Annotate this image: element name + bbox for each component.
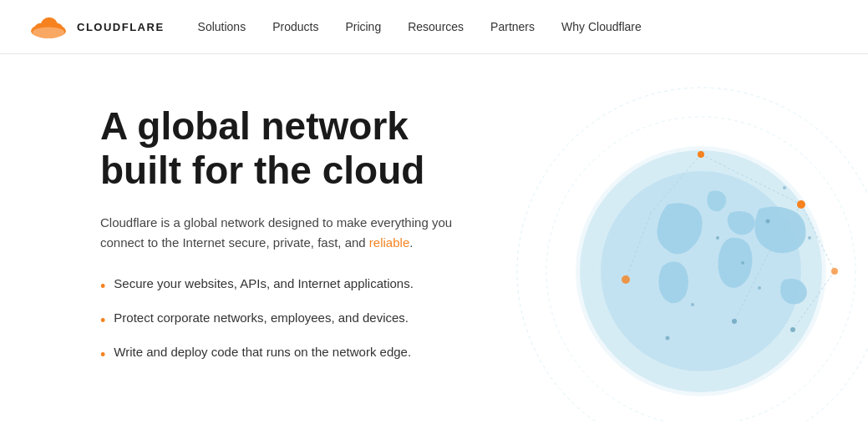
svg-point-4 — [33, 27, 64, 38]
bullet-item-1: • Secure your websites, APIs, and Intern… — [100, 276, 535, 297]
svg-point-22 — [790, 327, 795, 332]
bullet-dot-3: • — [100, 345, 105, 366]
svg-point-29 — [808, 236, 811, 240]
subtext-link[interactable]: reliable — [369, 235, 409, 250]
globe-svg — [500, 71, 868, 421]
bullet-item-3: • Write and deploy code that runs on the… — [100, 345, 535, 366]
bullet-dot-2: • — [100, 310, 105, 331]
svg-point-18 — [698, 151, 704, 158]
hero-bullets: • Secure your websites, APIs, and Intern… — [100, 276, 535, 366]
svg-point-17 — [797, 200, 805, 209]
main-nav: Solutions Products Pricing Resources Par… — [198, 20, 642, 33]
bullet-dot-1: • — [100, 276, 105, 297]
nav-item-resources[interactable]: Resources — [408, 20, 464, 33]
hero-headline: A global network built for the cloud — [100, 104, 535, 193]
hero-text: A global network built for the cloud Clo… — [100, 104, 535, 366]
svg-point-21 — [732, 319, 737, 324]
bullet-text-1: Secure your websites, APIs, and Internet… — [114, 276, 414, 290]
svg-point-9 — [601, 171, 801, 371]
subtext-after: . — [409, 235, 413, 250]
svg-point-19 — [622, 275, 630, 284]
logo-text: CLOUDFLARE — [77, 21, 165, 33]
nav-item-pricing[interactable]: Pricing — [345, 20, 381, 33]
bullet-text-2: Protect corporate networks, employees, a… — [114, 310, 409, 325]
svg-point-27 — [758, 286, 761, 290]
svg-point-30 — [783, 186, 786, 189]
svg-point-26 — [741, 261, 744, 265]
nav-item-partners[interactable]: Partners — [490, 20, 535, 33]
bullet-text-3: Write and deploy code that runs on the n… — [114, 345, 411, 359]
cloudflare-logo-icon — [27, 12, 70, 42]
logo-area[interactable]: CLOUDFLARE — [27, 12, 165, 42]
svg-point-20 — [831, 268, 838, 275]
nav-item-solutions[interactable]: Solutions — [198, 20, 246, 33]
nav-item-products[interactable]: Products — [272, 20, 318, 33]
globe-illustration — [500, 71, 868, 421]
svg-point-25 — [716, 236, 719, 240]
site-header: CLOUDFLARE Solutions Products Pricing Re… — [0, 0, 868, 54]
headline-line1: A global network — [100, 104, 409, 148]
hero-section: A global network built for the cloud Clo… — [0, 54, 868, 421]
svg-point-28 — [691, 303, 694, 306]
svg-point-24 — [766, 219, 770, 224]
hero-subtext: Cloudflare is a global network designed … — [100, 213, 485, 253]
bullet-item-2: • Protect corporate networks, employees,… — [100, 310, 535, 331]
headline-line2: built for the cloud — [100, 149, 424, 192]
nav-item-why-cloudflare[interactable]: Why Cloudflare — [561, 20, 642, 33]
svg-point-23 — [666, 336, 670, 341]
